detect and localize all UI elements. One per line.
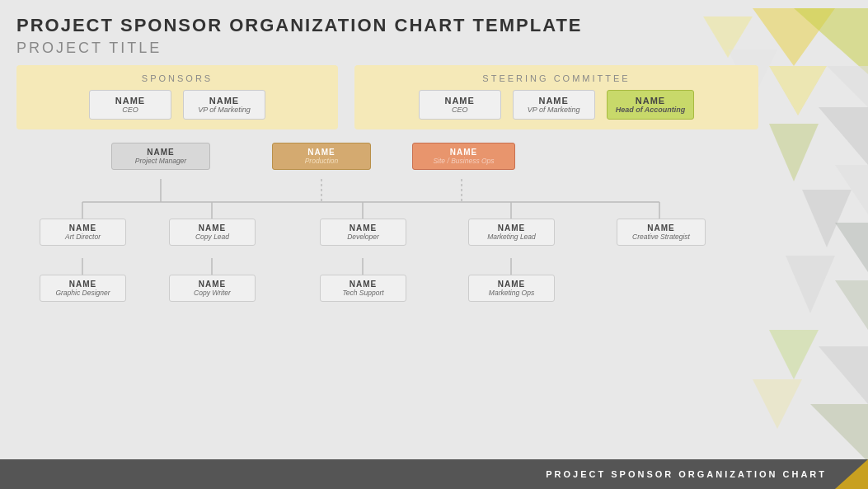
bl2-card-0: NAME Graphic Designer [40, 275, 126, 302]
steering-card-0: NAME CEO [419, 90, 501, 120]
steering-label: STEERING COMMITTEE [366, 73, 747, 83]
bl1-card-4: NAME Creative Strategist [617, 219, 706, 246]
project-subtitle: PROJECT TITLE [16, 40, 852, 57]
footer-bar: PROJECT SPONSOR ORGANIZATION CHART [0, 459, 868, 489]
footer-accent [835, 459, 868, 489]
bl2-card-2: NAME Tech Support [320, 275, 406, 302]
steering-card-2: NAME Head of Accounting [607, 90, 695, 120]
bl1-card-1: NAME Copy Lead [169, 219, 256, 246]
org-chart: NAME Project Manager NAME Production NAM… [16, 143, 791, 382]
bl2-card-3: NAME Marketing Ops [468, 275, 555, 302]
middle-card-0: NAME Project Manager [111, 143, 210, 170]
steering-card-1: NAME VP of Marketing [513, 90, 595, 120]
bl2-card-1: NAME Copy Writer [169, 275, 256, 302]
page-title: PROJECT SPONSOR ORGANIZATION CHART TEMPL… [16, 15, 852, 36]
sponsor-card-1: NAME VP of Marketing [183, 90, 265, 120]
svg-marker-14 [810, 404, 868, 462]
sponsors-panel: SPONSORS NAME CEO NAME VP of Marketing [16, 65, 338, 129]
bl1-card-2: NAME Developer [320, 219, 406, 246]
bl1-card-0: NAME Art Director [40, 219, 126, 246]
bl1-card-3: NAME Marketing Lead [468, 219, 555, 246]
middle-card-2: NAME Site / Business Ops [412, 143, 515, 170]
steering-panel: STEERING COMMITTEE NAME CEO NAME VP of M… [354, 65, 758, 129]
svg-marker-13 [753, 379, 802, 429]
footer-text: PROJECT SPONSOR ORGANIZATION CHART [546, 469, 827, 479]
sponsors-label: SPONSORS [28, 73, 326, 83]
sponsor-card-0: NAME CEO [89, 90, 171, 120]
middle-card-1: NAME Production [272, 143, 371, 170]
